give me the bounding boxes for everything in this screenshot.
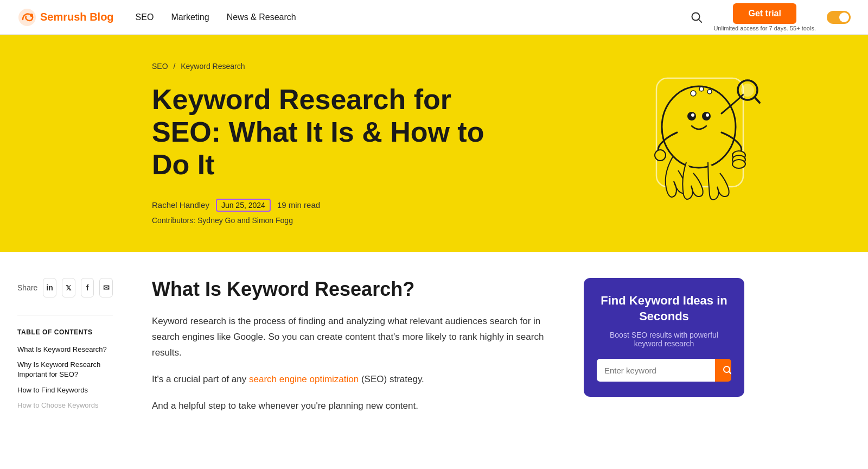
svg-point-12 [707, 90, 712, 94]
svg-line-15 [755, 97, 760, 103]
octopus-illustration [613, 62, 776, 225]
svg-point-5 [662, 86, 736, 168]
nav-marketing[interactable]: Marketing [171, 12, 209, 22]
semrush-logo-icon [17, 8, 37, 27]
linkedin-share-button[interactable]: in [43, 278, 56, 297]
site-header: Semrush Blog SEO Marketing News & Resear… [0, 0, 868, 35]
article-title: Keyword Research for SEO: What It Is & H… [152, 84, 488, 181]
keyword-search-button[interactable] [715, 359, 731, 382]
svg-line-3 [699, 19, 702, 22]
keyword-input[interactable] [597, 359, 715, 382]
main-nav: SEO Marketing News & Research [136, 12, 296, 22]
svg-point-10 [691, 91, 696, 96]
svg-point-8 [691, 113, 694, 117]
hero-illustration [608, 62, 781, 225]
email-share-button[interactable]: ✉ [99, 278, 113, 297]
author-name: Rachel Handley [152, 200, 209, 210]
breadcrumb-keyword-research[interactable]: Keyword Research [181, 62, 245, 71]
search-icon [723, 365, 731, 375]
svg-point-14 [741, 84, 754, 97]
section-heading: What Is Keyword Research? [152, 278, 545, 301]
search-button[interactable] [691, 11, 703, 23]
svg-point-1 [30, 14, 33, 17]
article-body: What Is Keyword Research? Keyword resear… [126, 278, 571, 424]
keyword-input-row [597, 359, 731, 382]
email-icon: ✉ [103, 283, 110, 292]
article-paragraph-1: Keyword research is the process of findi… [152, 314, 545, 361]
x-twitter-icon: 𝕏 [66, 284, 71, 292]
toc-link-1[interactable]: What Is Keyword Research? [17, 345, 113, 354]
contributors: Contributors: Sydney Go and Simon Fogg [152, 216, 586, 225]
header-right: Get trial Unlimited access for 7 days. 5… [691, 3, 851, 31]
article-meta: Rachel Handley Jun 25, 2024 19 min read [152, 199, 586, 212]
toc-item-4: How to Choose Keywords [17, 401, 113, 410]
svg-point-9 [706, 113, 709, 117]
share-label: Share [17, 283, 37, 292]
main-content-area: Share in 𝕏 f ✉ TABLE OF CONTENTS What Is… [0, 252, 868, 451]
toc-item-3: How to Find Keywords [17, 385, 113, 395]
svg-point-11 [699, 87, 704, 91]
keyword-widget: Find Keyword Ideas in Seconds Boost SEO … [584, 278, 744, 397]
svg-point-19 [655, 150, 666, 161]
svg-line-21 [729, 372, 732, 375]
para2-start: It's a crucial part of any [152, 374, 249, 384]
facebook-icon: f [86, 283, 89, 292]
trial-subtext: Unlimited access for 7 days. 55+ tools. [713, 25, 816, 31]
logo[interactable]: Semrush Blog [17, 8, 114, 27]
article-paragraph-2: It's a crucial part of any search engine… [152, 372, 545, 388]
breadcrumb-seo[interactable]: SEO [152, 62, 168, 71]
article-paragraph-3: And a helpful step to take whenever you'… [152, 398, 545, 414]
twitter-share-button[interactable]: 𝕏 [62, 278, 75, 297]
toc-link-4[interactable]: How to Choose Keywords [17, 401, 113, 410]
hero-section: SEO / Keyword Research Keyword Research … [0, 35, 868, 252]
widget-subtitle: Boost SEO results with powerful keyword … [597, 331, 731, 348]
search-icon [691, 11, 703, 23]
nav-news-research[interactable]: News & Research [227, 12, 296, 22]
get-trial-button[interactable]: Get trial [733, 3, 796, 24]
publish-date: Jun 25, 2024 [216, 199, 271, 212]
toc-title: TABLE OF CONTENTS [17, 315, 113, 336]
svg-point-18 [732, 160, 745, 168]
toc-link-3[interactable]: How to Find Keywords [17, 385, 113, 395]
breadcrumb-separator: / [173, 62, 177, 71]
nav-seo[interactable]: SEO [136, 12, 154, 22]
toc-link-2[interactable]: Why Is Keyword Research Important for SE… [17, 360, 113, 379]
trial-area: Get trial Unlimited access for 7 days. 5… [713, 3, 816, 31]
left-sidebar: Share in 𝕏 f ✉ TABLE OF CONTENTS What Is… [17, 278, 126, 424]
widget-title: Find Keyword Ideas in Seconds [597, 293, 731, 324]
breadcrumb: SEO / Keyword Research [152, 62, 586, 71]
linkedin-icon: in [46, 283, 53, 292]
para2-end: (SEO) strategy. [359, 374, 424, 384]
toggle-switch[interactable] [827, 11, 851, 24]
share-row: Share in 𝕏 f ✉ [17, 278, 113, 297]
table-of-contents: What Is Keyword Research? Why Is Keyword… [17, 345, 113, 410]
logo-text: Semrush Blog [40, 11, 114, 23]
toc-item-1: What Is Keyword Research? [17, 345, 113, 354]
hero-content: SEO / Keyword Research Keyword Research … [152, 62, 586, 224]
right-sidebar: Find Keyword Ideas in Seconds Boost SEO … [571, 278, 744, 424]
seo-link[interactable]: search engine optimization [249, 374, 359, 384]
facebook-share-button[interactable]: f [81, 278, 94, 297]
read-time: 19 min read [277, 200, 320, 210]
toc-item-2: Why Is Keyword Research Important for SE… [17, 360, 113, 379]
